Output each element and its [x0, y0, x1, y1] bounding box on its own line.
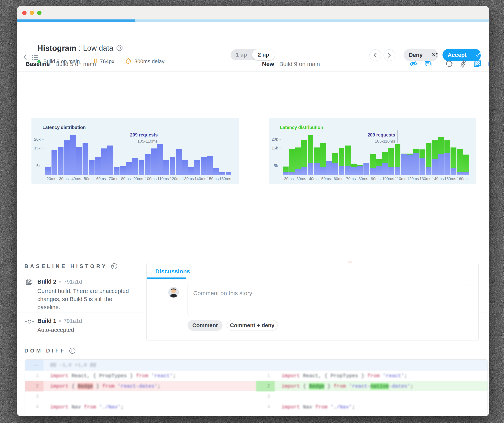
dom-diff-title: DOM DIFF: [24, 348, 66, 354]
x-axis-tick: 110ms: [394, 176, 407, 182]
story-permalink-icon[interactable]: [116, 44, 123, 53]
histogram-bar: [207, 156, 213, 175]
comment-deny-button[interactable]: Comment + deny: [227, 320, 277, 331]
histogram-bar: [157, 144, 163, 175]
x-axis-tick: 30ms: [295, 176, 307, 182]
hide-diff-eye-off-icon[interactable]: [409, 60, 418, 69]
x-axis-tick: 130ms: [419, 176, 432, 182]
diff-code-line: 3: [256, 391, 487, 402]
svg-text:?: ?: [70, 349, 75, 353]
diff-toggle-label[interactable]: Diff: [488, 61, 489, 68]
histogram-bar: [45, 167, 51, 175]
histogram-bar: [213, 168, 219, 175]
x-axis-tick: 60ms: [332, 176, 345, 182]
x-axis-tick: 60ms: [95, 176, 107, 182]
histogram-bar: [376, 166, 382, 175]
diff-left-column: 1import React, { PropTypes } from 'react…: [25, 370, 256, 412]
x-axis-tick: 130ms: [182, 176, 194, 182]
new-snapshot[interactable]: Latency distribution20k15k5k20ms30ms40ms…: [269, 118, 476, 184]
diff-code-line: 3: [25, 391, 256, 402]
annotation-leader-line: [160, 130, 160, 143]
diff-code-line: 2import { Badge } from 'react-dates';: [25, 381, 256, 391]
x-axis-tick: 40ms: [307, 176, 320, 182]
histogram-bar: [226, 172, 232, 175]
x-axis-tick: 160ms: [456, 176, 469, 182]
x-axis-tick: 20ms: [283, 176, 295, 182]
x-axis-tick: 40ms: [70, 176, 82, 182]
histogram-bar: [401, 154, 407, 175]
histogram-bar: [170, 157, 175, 175]
minimize-window-button[interactable]: [30, 11, 34, 15]
histogram-bar: [289, 149, 295, 175]
histogram-bar: [326, 161, 332, 175]
x-axis-tick: 80ms: [120, 176, 132, 182]
histogram-bar: [64, 141, 70, 175]
histogram-bar: [457, 172, 463, 175]
dom-diff-viewer[interactable]: ··· @@ -1,6 +1,6 @@ 1import React, { Pro…: [24, 359, 488, 416]
new-build: Build 9 on main: [279, 61, 320, 67]
build-progress-track: [17, 19, 489, 22]
x-axis-tick: 120ms: [169, 176, 182, 182]
x-axis-tick: 150ms: [207, 176, 219, 182]
animations-off-icon[interactable]: [459, 59, 467, 69]
help-icon[interactable]: ?: [69, 347, 76, 354]
chart-title: Latency distribution: [42, 125, 86, 130]
story-header: Histogram : Low data Build 9 on main 764…: [17, 22, 489, 57]
zoom-window-button[interactable]: [37, 11, 42, 15]
close-window-button[interactable]: [22, 11, 27, 15]
histogram-bar: [58, 147, 64, 175]
y-axis-tick: 5k: [269, 164, 278, 168]
histogram-bar: [432, 159, 438, 175]
diff-code-line: 4import Nav from './Nav';: [256, 402, 487, 412]
histogram-bar: [194, 160, 200, 175]
histogram-bar: [132, 158, 138, 175]
tab-discussions[interactable]: Discussions: [155, 268, 190, 275]
diff-icon[interactable]: [473, 59, 482, 69]
histogram-bar: [151, 148, 157, 175]
story-name: Low data: [83, 44, 113, 53]
avatar: [168, 287, 179, 298]
comment-button[interactable]: Comment: [187, 320, 222, 331]
diff-code-line: 4import Nav from './Nav';: [25, 402, 256, 412]
y-axis-tick: 20k: [269, 137, 278, 141]
title-separator: :: [79, 44, 81, 53]
histogram-bar: [314, 163, 320, 175]
focus-crosshair-icon[interactable]: [445, 59, 454, 69]
diff-code-line: 1import React, { PropTypes } from 'react…: [256, 370, 487, 381]
histogram-bar: [283, 172, 288, 175]
x-axis-tick: 50ms: [82, 176, 95, 182]
histogram-bar: [120, 166, 126, 175]
histogram-bar: [188, 167, 194, 175]
chart-title: Latency distribution: [280, 125, 323, 130]
histogram-bar: [107, 146, 113, 175]
build2-description: Current build. There are unaccepted chan…: [37, 287, 130, 311]
baseline-history-heading: BASELINE HISTORY ?: [24, 263, 118, 270]
x-axis-tick: 120ms: [407, 176, 419, 182]
diff-code-line: 2import { Badge } from 'react-native-dat…: [256, 381, 487, 391]
story-title: Histogram : Low data: [37, 44, 123, 53]
annotation-leader-line: [397, 130, 398, 143]
y-axis-tick: 5k: [31, 164, 41, 168]
build2-commit[interactable]: 791a1d: [64, 279, 82, 285]
compare-header-row: Baseline Build 5 on main New Build 9 on …: [17, 57, 489, 72]
comments-icon[interactable]: [424, 60, 433, 69]
comment-input[interactable]: [187, 285, 470, 316]
history-item-build2[interactable]: Build 2 791a1d: [37, 278, 82, 285]
y-axis-tick: 15k: [31, 146, 41, 150]
x-axis-tick: 30ms: [58, 176, 70, 182]
histogram-bar: [320, 167, 326, 175]
baseline-label: Baseline: [25, 61, 50, 67]
y-axis-tick: 20k: [31, 137, 41, 141]
histogram-bar: [395, 167, 401, 175]
histogram-bar: [201, 157, 207, 175]
histogram-bar: [339, 166, 345, 175]
x-axis-tick: 70ms: [345, 176, 357, 182]
histogram-bar: [145, 154, 150, 175]
baseline-snapshot[interactable]: Latency distribution20k15k5k20ms30ms40ms…: [31, 118, 239, 184]
help-icon[interactable]: ?: [111, 263, 118, 270]
history-item-build1[interactable]: Build 1 791a1d: [37, 318, 82, 324]
histogram-bar: [308, 163, 313, 175]
x-axis-tick: 20ms: [45, 176, 58, 182]
histogram-bar: [182, 160, 188, 175]
build1-commit[interactable]: 791a1d: [64, 318, 82, 324]
